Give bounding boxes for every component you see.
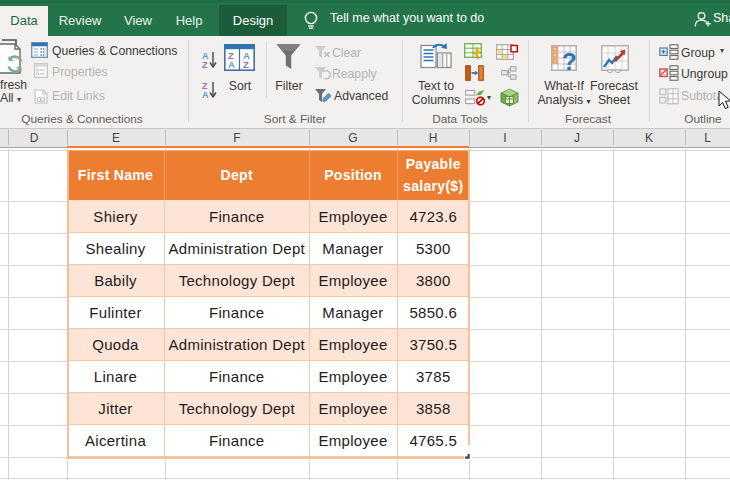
svg-text:Z: Z (243, 59, 249, 70)
svg-text:A: A (202, 90, 209, 100)
svg-text:?: ? (562, 48, 577, 75)
svg-text:A: A (228, 59, 235, 70)
svg-text:Z: Z (202, 60, 208, 70)
